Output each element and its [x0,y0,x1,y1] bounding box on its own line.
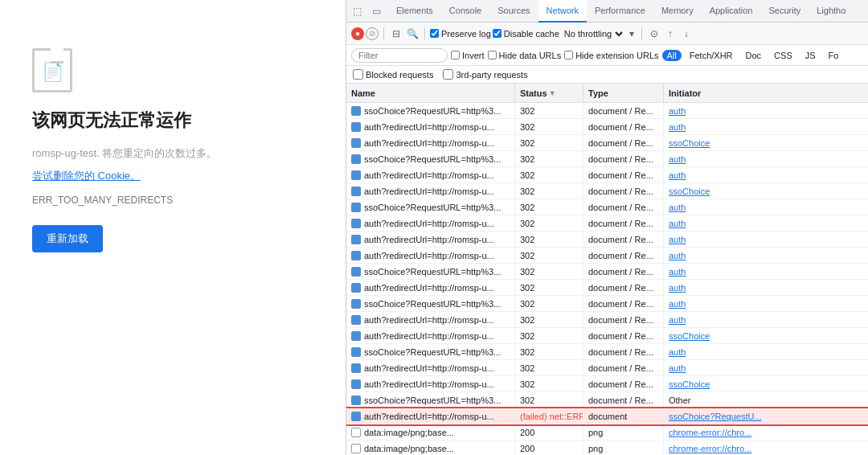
filter-input[interactable] [351,48,448,63]
table-row[interactable]: ssoChoice?RequestURL=http%3...302documen… [346,296,868,312]
reload-button[interactable]: 重新加载 [32,225,103,252]
cell-name: auth?redirectUrl=http://romsp-u... [346,167,515,182]
throttle-select[interactable]: No throttling Slow 3G Fast 3G Offline [561,28,625,39]
devtools-panel: ⬚ ▭ Elements Console Sources Network Per… [346,0,868,455]
filter-fetch-xhr[interactable]: Fetch/XHR [685,50,738,61]
table-body: ssoChoice?RequestURL=http%3...302documen… [346,103,868,455]
cell-name: auth?redirectUrl=http://romsp-u... [346,328,515,343]
cell-initiator: auth [664,199,868,215]
table-row[interactable]: auth?redirectUrl=http://romsp-u...302doc… [346,183,868,199]
cell-type: document / Re... [583,215,664,231]
record-button[interactable]: ● [351,27,364,40]
cell-status: 302 [515,328,583,343]
table-row[interactable]: ssoChoice?RequestURL=http%3...302documen… [346,151,868,167]
cell-status: 302 [515,135,583,150]
filter-all[interactable]: All [662,50,682,61]
table-row[interactable]: auth?redirectUrl=http://romsp-u...302doc… [346,248,868,264]
table-row[interactable]: auth?redirectUrl=http://romsp-u...302doc… [346,376,868,392]
network-table: Name Status ▼ Type Initiator ssoChoice?R… [346,84,868,455]
cell-initiator: chrome-error://chro... [664,424,868,440]
cell-initiator: ssoChoice [664,183,868,199]
cell-type: document / Re... [583,264,664,279]
filter-js[interactable]: JS [800,50,821,61]
table-row[interactable]: auth?redirectUrl=http://romsp-u...302doc… [346,167,868,183]
table-row[interactable]: data:image/png;base...200pngchrome-error… [346,441,868,455]
hide-data-urls-checkbox[interactable]: Hide data URLs [488,51,562,60]
table-row[interactable]: auth?redirectUrl=http://romsp-u...302doc… [346,119,868,135]
devtools-tab-bar: ⬚ ▭ Elements Console Sources Network Per… [346,0,868,23]
cell-initiator: ssoChoice [664,376,868,391]
tab-elements[interactable]: Elements [388,0,441,23]
throttle-chevron[interactable]: ▾ [627,28,637,39]
cell-status: 302 [515,119,583,134]
table-row[interactable]: auth?redirectUrl=http://romsp-u...(faile… [346,408,868,424]
filter-css[interactable]: CSS [769,50,797,61]
cell-status: 200 [515,424,583,440]
tab-lighthouse[interactable]: Lightho [809,0,854,23]
search-icon[interactable]: 🔍 [405,27,420,41]
cookie-link[interactable]: 尝试删除您的 Cookie。 [32,169,141,183]
table-row[interactable]: auth?redirectUrl=http://romsp-u...302doc… [346,135,868,151]
table-row[interactable]: ssoChoice?RequestURL=http%3...302documen… [346,264,868,280]
tab-performance[interactable]: Performance [587,0,653,23]
col-status[interactable]: Status ▼ [515,84,583,102]
tab-console[interactable]: Console [441,0,489,23]
device-icon[interactable]: ▭ [369,4,383,18]
table-row[interactable]: ssoChoice?RequestURL=http%3...302documen… [346,199,868,215]
cell-name: data:image/png;base... [346,441,515,455]
filter-font[interactable]: Fo [824,50,844,61]
cell-initiator: auth [664,119,868,134]
cell-name: ssoChoice?RequestURL=http%3... [346,103,515,118]
table-row[interactable]: auth?redirectUrl=http://romsp-u...302doc… [346,312,868,328]
cell-type: document / Re... [583,344,664,359]
col-initiator[interactable]: Initiator [664,84,868,102]
error-title: 该网页无法正常运作 [32,109,191,133]
cell-type: png [583,424,664,440]
cell-status: 302 [515,103,583,118]
cell-type: document / Re... [583,151,664,166]
cell-type: document / Re... [583,328,664,343]
tab-security[interactable]: Security [760,0,809,23]
cell-name: auth?redirectUrl=http://romsp-u... [346,232,515,247]
cell-initiator: auth [664,264,868,279]
cell-status: 302 [515,312,583,327]
preserve-log-checkbox[interactable]: Preserve log [430,29,491,39]
export-icon[interactable]: ↑ [663,27,678,41]
cell-type: document / Re... [583,119,664,134]
cell-name: auth?redirectUrl=http://romsp-u... [346,215,515,231]
blocked-bar: Blocked requests 3rd-party requests [346,66,868,84]
disable-cache-checkbox[interactable]: Disable cache [493,29,559,39]
tab-memory[interactable]: Memory [653,0,702,23]
table-row[interactable]: data:image/png;base...200pngchrome-error… [346,424,868,441]
clear-button[interactable]: ⊘ [366,27,379,40]
table-row[interactable]: auth?redirectUrl=http://romsp-u...302doc… [346,328,868,344]
cell-initiator: ssoChoice?RequestU... [664,408,868,424]
filter-doc[interactable]: Doc [741,50,767,61]
inspect-icon[interactable]: ⬚ [350,4,364,18]
table-header: Name Status ▼ Type Initiator [346,84,868,103]
blocked-requests-checkbox[interactable]: Blocked requests [353,69,433,80]
cell-name: ssoChoice?RequestURL=http%3... [346,344,515,359]
table-row[interactable]: ssoChoice?RequestURL=http%3...302documen… [346,392,868,408]
cell-name: auth?redirectUrl=http://romsp-u... [346,183,515,199]
tab-application[interactable]: Application [702,0,761,23]
table-row[interactable]: auth?redirectUrl=http://romsp-u...302doc… [346,232,868,248]
table-row[interactable]: auth?redirectUrl=http://romsp-u...302doc… [346,215,868,232]
table-row[interactable]: auth?redirectUrl=http://romsp-u...302doc… [346,280,868,296]
col-type[interactable]: Type [583,84,664,102]
col-name[interactable]: Name [346,84,515,102]
cell-name: ssoChoice?RequestURL=http%3... [346,264,515,279]
cell-status: (failed) net::ERR_TOO_MANY_REDIRECTS [515,408,583,424]
tab-network[interactable]: Network [538,0,587,23]
table-row[interactable]: auth?redirectUrl=http://romsp-u...302doc… [346,360,868,376]
cell-type: document [583,408,664,424]
table-row[interactable]: ssoChoice?RequestURL=http%3...302documen… [346,103,868,119]
filter-icon[interactable]: ⊟ [389,27,403,41]
wifi-icon[interactable]: ⊙ [647,27,661,41]
tab-sources[interactable]: Sources [489,0,538,23]
hide-ext-urls-checkbox[interactable]: Hide extension URLs [564,51,658,60]
invert-checkbox[interactable]: Invert [451,51,485,60]
import-icon[interactable]: ↓ [679,27,694,41]
table-row[interactable]: ssoChoice?RequestURL=http%3...302documen… [346,344,868,360]
third-party-checkbox[interactable]: 3rd-party requests [443,69,527,80]
